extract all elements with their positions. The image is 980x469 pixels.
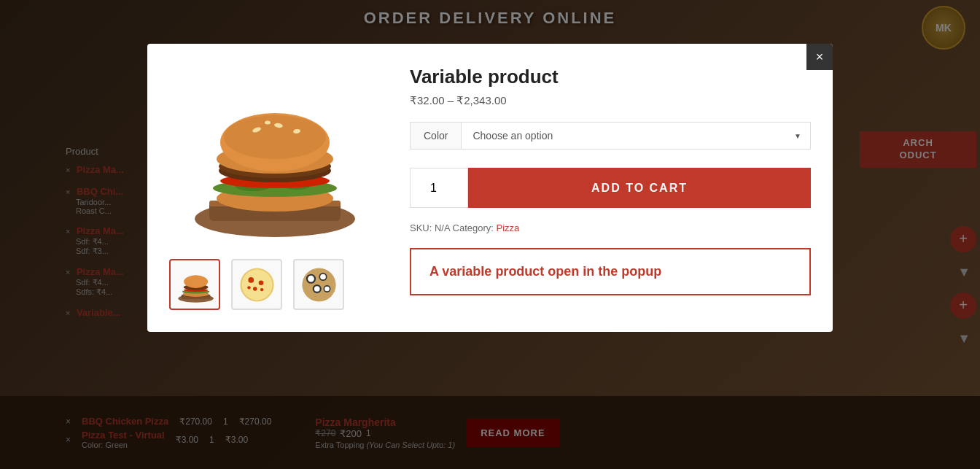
svg-point-30 [247, 286, 250, 289]
sku-value: N/A [435, 222, 450, 233]
product-price: ₹32.00 – ₹2,343.00 [410, 94, 811, 107]
cart-row: ADD TO CART [410, 168, 811, 208]
svg-point-27 [258, 280, 263, 285]
product-modal: × [147, 44, 833, 332]
svg-point-26 [248, 277, 254, 283]
thumbnail-3[interactable] [293, 259, 344, 310]
svg-point-35 [320, 274, 326, 279]
color-label: Color [411, 123, 462, 149]
sku-label: SKU: [410, 222, 432, 233]
svg-point-16 [265, 121, 271, 125]
svg-point-25 [241, 269, 272, 300]
quantity-input[interactable] [410, 168, 468, 208]
modal-close-button[interactable]: × [806, 44, 833, 70]
svg-point-39 [324, 286, 330, 291]
svg-point-12 [224, 115, 326, 159]
svg-point-29 [260, 287, 262, 290]
thumbnail-2[interactable] [231, 259, 282, 310]
color-select-wrapper: Choose an option Red Blue Green [462, 123, 810, 149]
svg-point-31 [302, 268, 335, 301]
color-select[interactable]: Choose an option Red Blue Green [462, 123, 810, 149]
modal-body: Variable product ₹32.00 – ₹2,343.00 Colo… [147, 44, 833, 332]
category-label: Category: [453, 222, 494, 233]
burger-svg [180, 73, 362, 241]
sku-row: SKU: N/A Category: Pizza [410, 222, 811, 233]
thumbnail-row [169, 259, 388, 310]
variable-product-info-box: A variable product open in the popup [410, 248, 811, 295]
product-title: Variable product [410, 66, 811, 88]
modal-overlay: × [0, 0, 980, 469]
svg-point-23 [184, 275, 208, 288]
product-images-section [169, 66, 388, 310]
svg-point-33 [308, 275, 314, 282]
add-to-cart-button[interactable]: ADD TO CART [468, 168, 811, 208]
thumbnail-1[interactable] [169, 259, 220, 310]
svg-point-37 [314, 286, 319, 292]
svg-point-28 [253, 287, 257, 291]
color-selector-row: Color Choose an option Red Blue Green [410, 122, 811, 150]
category-link[interactable]: Pizza [497, 222, 520, 233]
variable-product-info-text: A variable product open in the popup [429, 264, 661, 279]
main-product-image [169, 66, 373, 248]
product-details-section: Variable product ₹32.00 – ₹2,343.00 Colo… [410, 66, 811, 310]
